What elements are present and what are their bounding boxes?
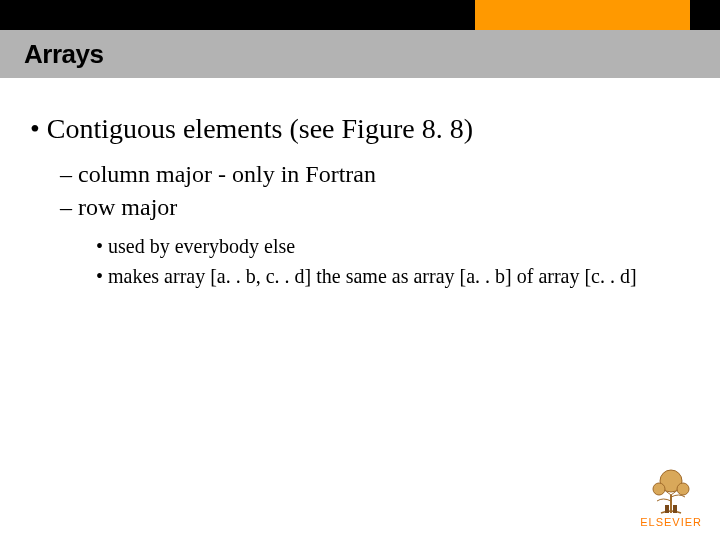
bullet-text: Contiguous elements (see Figure 8. 8) [47, 113, 473, 144]
bullet-text: row major [78, 194, 177, 220]
slide-title: Arrays [0, 39, 103, 70]
list-item: used by everybody else [96, 231, 690, 261]
list-item: makes array [a. . b, c. . d] the same as… [96, 261, 690, 291]
bullet-list: column major - only in Fortran row major… [60, 158, 690, 291]
publisher-logo: ELSEVIER [640, 467, 702, 528]
bullet-list: used by everybody else makes array [a. .… [96, 231, 690, 291]
title-band: Arrays [0, 30, 720, 78]
accent-block [475, 0, 690, 30]
svg-point-2 [677, 483, 689, 495]
tree-icon [643, 467, 699, 515]
svg-point-1 [653, 483, 665, 495]
bullet-text: makes array [a. . b, c. . d] the same as… [108, 265, 637, 287]
list-item: Contiguous elements (see Figure 8. 8) co… [30, 110, 690, 291]
bullet-text: used by everybody else [108, 235, 295, 257]
svg-rect-3 [665, 505, 669, 513]
svg-rect-4 [673, 505, 677, 513]
slide-body: Contiguous elements (see Figure 8. 8) co… [30, 110, 690, 303]
bullet-text: column major - only in Fortran [78, 161, 376, 187]
list-item: column major - only in Fortran [60, 158, 690, 192]
bullet-list: Contiguous elements (see Figure 8. 8) co… [30, 110, 690, 291]
publisher-name: ELSEVIER [640, 516, 702, 528]
slide: Arrays Contiguous elements (see Figure 8… [0, 0, 720, 540]
topbar [0, 0, 720, 30]
list-item: row major used by everybody else makes a… [60, 191, 690, 291]
